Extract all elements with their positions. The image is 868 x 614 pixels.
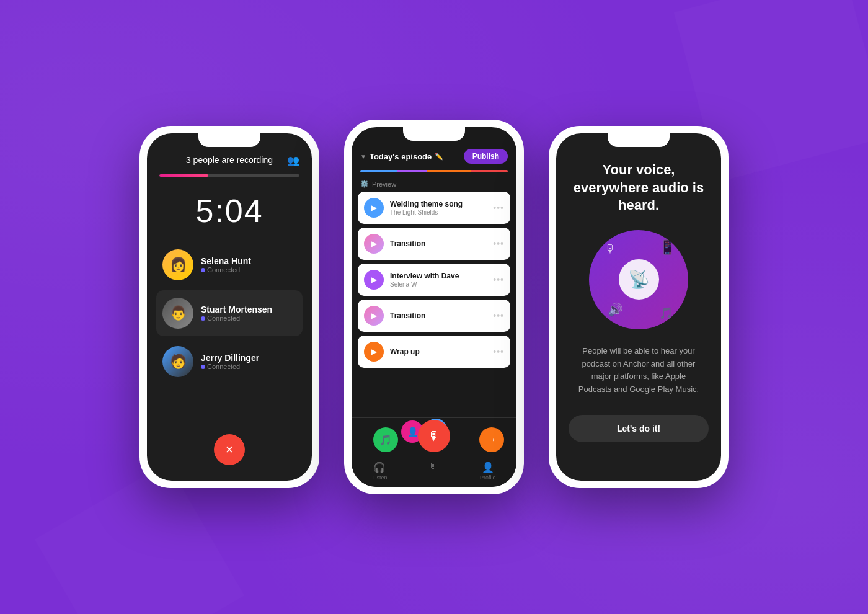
broadcast-icon-container: 📡: [619, 259, 659, 300]
preview-label: ⚙️ Preview: [352, 177, 516, 192]
headphones-device-icon: 🎙: [604, 242, 616, 256]
status-dot-2: [201, 316, 205, 321]
onboarding-content: Your voice, everywhere audio is heard. 📱…: [556, 133, 721, 481]
dropdown-arrow-icon[interactable]: ▼: [360, 153, 366, 160]
progress-segment-orange: [427, 170, 471, 172]
phone-episode-editor: ▼ Today's episode ✏️ Publish ⚙️ Preview …: [344, 120, 524, 494]
episode-title-row: ▼ Today's episode ✏️: [360, 152, 443, 161]
fab-area: 🎵 👤 ♪ 🎙 →: [352, 418, 516, 458]
track-more-icon-1[interactable]: •••: [493, 203, 504, 213]
track-item-2[interactable]: ▶ Transition •••: [358, 228, 510, 260]
avatar-stuart: 👨: [162, 298, 193, 329]
play-button-4[interactable]: ▶: [364, 306, 384, 326]
phone-recording: 3 people are recording 👥 5:04 👩 Selena H…: [140, 126, 319, 488]
publish-button[interactable]: Publish: [464, 149, 508, 164]
participant-item: 🧑 Jerry Dillinger Connected: [156, 339, 303, 385]
participant-status-3: Connected: [201, 363, 259, 370]
progress-segment-red: [471, 170, 508, 172]
play-button-2[interactable]: ▶: [364, 234, 384, 254]
nav-listen[interactable]: 🎧 Listen: [372, 461, 387, 481]
recording-title: 3 people are recording: [186, 155, 273, 165]
track-more-icon-4[interactable]: •••: [493, 311, 504, 321]
track-sub-1: The Light Shields: [390, 209, 487, 216]
nav-profile-label: Profile: [480, 474, 496, 481]
record-button[interactable]: 🎙: [418, 420, 450, 452]
nav-listen-label: Listen: [372, 474, 387, 481]
end-call-button[interactable]: ×: [214, 434, 245, 465]
avatar-jerry: 🧑: [162, 346, 193, 377]
bottom-bar: 🎵 👤 ♪ 🎙 → 🎧 Listen 🎙 👤: [352, 417, 516, 487]
track-name-4: Transition: [390, 311, 487, 320]
track-more-icon-2[interactable]: •••: [493, 239, 504, 249]
onboarding-heading: Your voice, everywhere audio is heard.: [569, 161, 709, 215]
participant-name-2: Stuart Mortensen: [201, 305, 272, 314]
track-item-1[interactable]: ▶ Welding theme song The Light Shields •…: [358, 192, 510, 224]
broadcast-icon: 📡: [628, 269, 650, 290]
status-dot-3: [201, 365, 205, 369]
speaker-icon: 🔊: [608, 302, 623, 317]
track-sub-3: Selena W: [390, 281, 487, 288]
participant-info-1: Selena Hunt Connected: [201, 256, 251, 274]
bottom-navigation: 🎧 Listen 🎙 👤 Profile: [352, 458, 516, 487]
play-button-3[interactable]: ▶: [364, 270, 384, 290]
track-info-1: Welding theme song The Light Shields: [390, 200, 487, 216]
recording-progress-bar: [159, 174, 299, 177]
play-button-1[interactable]: ▶: [364, 198, 384, 218]
phone-notch-3: [608, 133, 670, 147]
status-dot-1: [201, 268, 205, 272]
preview-icon: ⚙️: [360, 180, 369, 188]
lets-do-it-button[interactable]: Let's do it!: [569, 415, 709, 442]
phone-icon: 📱: [659, 239, 676, 256]
recording-progress-fill: [159, 174, 208, 177]
track-item-3[interactable]: ▶ Interview with Dave Selena W •••: [358, 264, 510, 296]
play-button-5[interactable]: ▶: [364, 342, 384, 362]
phone-notch-2: [403, 127, 465, 141]
onboarding-description: People will be able to hear your podcast…: [569, 345, 709, 396]
progress-segment-blue: [360, 170, 397, 172]
track-more-icon-5[interactable]: •••: [493, 347, 504, 357]
track-name-2: Transition: [390, 239, 487, 248]
track-name-5: Wrap up: [390, 347, 487, 356]
track-list: ▶ Welding theme song The Light Shields •…: [352, 192, 516, 368]
track-name-1: Welding theme song: [390, 200, 487, 208]
music-icon: 🎵: [659, 306, 673, 320]
track-name-3: Interview with Dave: [390, 272, 487, 280]
participant-status-2: Connected: [201, 314, 272, 322]
episode-title: Today's episode: [370, 152, 432, 161]
participant-name-1: Selena Hunt: [201, 256, 251, 266]
headphones-icon: 🎧: [373, 461, 386, 473]
participant-info-2: Stuart Mortensen Connected: [201, 305, 272, 322]
track-info-2: Transition: [390, 239, 487, 248]
phones-container: 3 people are recording 👥 5:04 👩 Selena H…: [140, 120, 728, 494]
progress-segment-purple: [397, 170, 427, 172]
track-info-4: Transition: [390, 311, 487, 320]
nav-profile[interactable]: 👤 Profile: [480, 461, 496, 481]
participant-item: 👩 Selena Hunt Connected: [156, 242, 303, 288]
track-info-3: Interview with Dave Selena W: [390, 272, 487, 288]
add-participant-icon[interactable]: 👥: [287, 154, 299, 166]
participant-info-3: Jerry Dillinger Connected: [201, 353, 259, 370]
recording-timer: 5:04: [147, 186, 312, 242]
profile-icon: 👤: [482, 461, 494, 473]
episode-progress-bar: [360, 170, 508, 172]
mic-icon: 🎙: [428, 461, 438, 473]
participant-item: 👨 Stuart Mortensen Connected: [156, 290, 303, 336]
edit-icon[interactable]: ✏️: [435, 153, 443, 161]
track-item-4[interactable]: ▶ Transition •••: [358, 300, 510, 332]
participant-name-3: Jerry Dillinger: [201, 353, 259, 363]
nav-record[interactable]: 🎙: [428, 461, 438, 481]
track-more-icon-3[interactable]: •••: [493, 275, 504, 285]
onboarding-illustration: 📱 🎙 🔊 🎵 📡: [589, 230, 688, 329]
phone-onboarding: Your voice, everywhere audio is heard. 📱…: [549, 126, 728, 488]
next-button[interactable]: →: [479, 427, 504, 452]
avatar-selena: 👩: [162, 249, 193, 280]
track-info-5: Wrap up: [390, 347, 487, 356]
add-music-button[interactable]: 🎵: [373, 427, 398, 452]
phone-notch-1: [198, 133, 260, 147]
track-item-5[interactable]: ▶ Wrap up •••: [358, 336, 510, 368]
participant-status-1: Connected: [201, 266, 251, 274]
participants-list: 👩 Selena Hunt Connected 👨 Stuart Mortens…: [147, 242, 312, 385]
